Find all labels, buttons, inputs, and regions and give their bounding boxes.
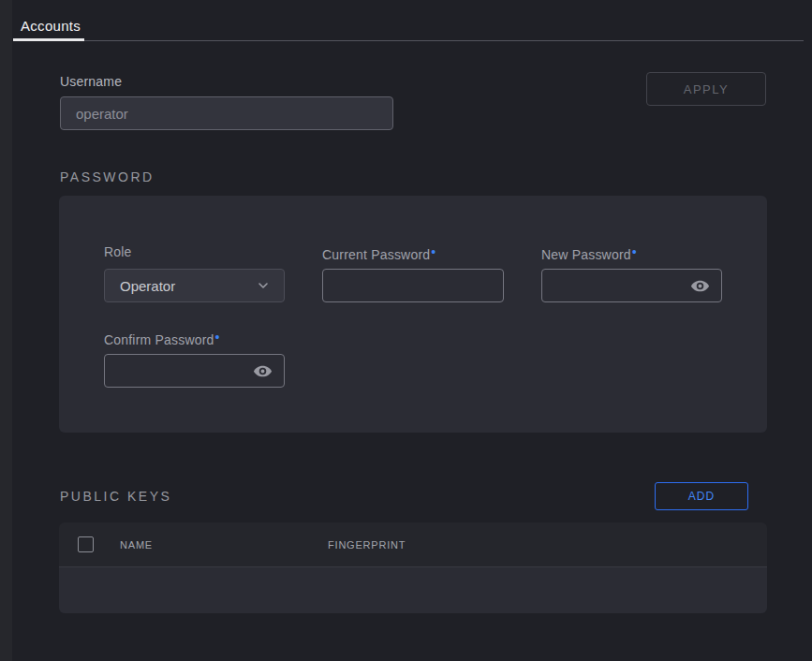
new-password-label-text: New Password [541, 247, 631, 262]
username-input[interactable] [60, 96, 393, 130]
required-marker: • [632, 244, 637, 259]
role-label: Role [104, 244, 132, 259]
new-password-field-wrap [541, 269, 722, 302]
role-selected-value: Operator [120, 278, 175, 294]
required-marker: • [431, 244, 436, 259]
add-public-key-button[interactable]: ADD [655, 482, 748, 510]
public-keys-table-empty-row [59, 567, 767, 613]
password-panel: Role Operator Current Password• New Pass… [59, 196, 767, 433]
eye-icon[interactable] [690, 276, 710, 296]
active-tab-underline [13, 38, 84, 41]
confirm-password-input[interactable] [105, 355, 252, 387]
apply-button[interactable]: APPLY [646, 72, 766, 106]
password-section-title: PASSWORD [60, 169, 155, 184]
confirm-password-label: Confirm Password• [104, 330, 220, 347]
column-header-fingerprint: FINGERPRINT [328, 539, 406, 551]
new-password-label: New Password• [541, 244, 637, 262]
current-password-label: Current Password• [322, 244, 436, 262]
current-password-label-text: Current Password [322, 247, 430, 262]
confirm-password-field-wrap [104, 354, 285, 388]
accounts-settings-page: Accounts Username APPLY PASSWORD Role Op… [0, 0, 812, 661]
public-keys-table-header: NAME FINGERPRINT [59, 522, 767, 567]
chevron-down-icon [256, 278, 271, 293]
username-label: Username [60, 74, 122, 89]
tab-accounts[interactable]: Accounts [21, 18, 81, 34]
new-password-input[interactable] [542, 270, 689, 301]
public-keys-table: NAME FINGERPRINT [59, 522, 767, 613]
current-password-field-wrap [322, 269, 504, 302]
required-marker: • [215, 330, 220, 345]
tab-separator-line [13, 40, 804, 41]
column-header-name: NAME [120, 539, 153, 551]
background-edge-strip [0, 0, 12, 661]
select-all-checkbox[interactable] [78, 536, 94, 552]
confirm-password-label-text: Confirm Password [104, 332, 214, 347]
role-select[interactable]: Operator [104, 269, 285, 302]
eye-icon[interactable] [253, 361, 273, 381]
current-password-input[interactable] [323, 270, 471, 301]
public-keys-section-title: PUBLIC KEYS [60, 489, 171, 504]
